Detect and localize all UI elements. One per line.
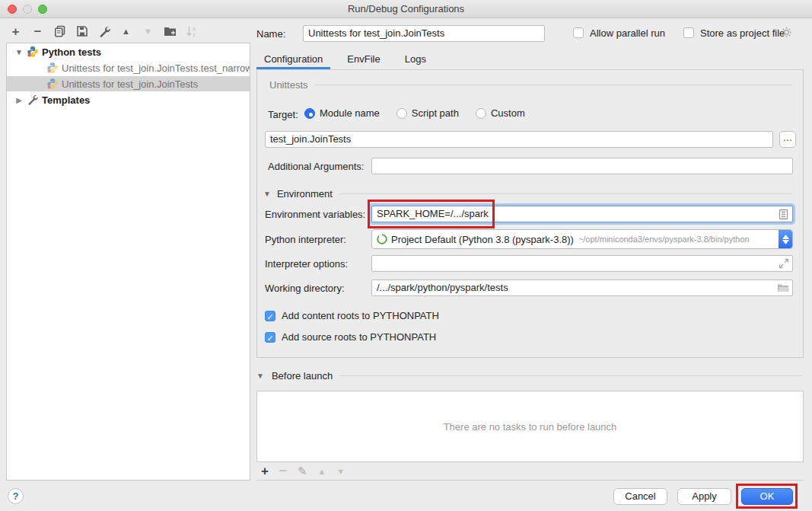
add-task-icon[interactable]: + xyxy=(261,464,269,479)
help-button[interactable]: ? xyxy=(8,488,24,504)
radio-selected-icon xyxy=(304,108,315,119)
python-tests-icon xyxy=(46,78,59,90)
allow-parallel-run-checkbox[interactable] xyxy=(573,27,584,38)
remove-task-icon: − xyxy=(279,464,287,479)
working-directory-input[interactable]: /.../spark/python/pyspark/tests xyxy=(371,279,793,296)
radio-icon xyxy=(396,108,407,119)
add-source-roots-label: Add source roots to PYTHONPATH xyxy=(282,331,436,343)
tab-configuration[interactable]: Configuration xyxy=(256,50,330,69)
select-stepper-icon[interactable] xyxy=(779,230,792,248)
browse-target-button[interactable]: … xyxy=(779,131,796,148)
interpreter-options-label: Interpreter options: xyxy=(265,258,348,270)
name-input[interactable]: Unittests for test_join.JoinTests xyxy=(303,25,545,42)
configuration-panel: Unittests Target: Module name Script pat… xyxy=(256,70,804,358)
edit-templates-wrench-icon[interactable] xyxy=(97,25,110,38)
before-launch-task-list[interactable]: There are no tasks to run before launch xyxy=(256,391,804,462)
additional-arguments-label: Additional Arguments: xyxy=(268,161,364,172)
edit-env-vars-list-icon[interactable] xyxy=(778,209,789,222)
environment-variables-label: Environment variables: xyxy=(265,209,365,220)
move-task-down-icon: ▼ xyxy=(336,467,345,476)
ok-button[interactable]: OK xyxy=(741,488,793,505)
tree-item-label: Unittests for test_join.JoinTests.test_n… xyxy=(62,62,250,74)
target-radio-group: Module name Script path Custom xyxy=(304,107,525,119)
checked-checkbox-icon[interactable]: ✓ xyxy=(265,332,275,343)
tab-envfile[interactable]: EnvFile xyxy=(339,50,387,69)
environment-group-label: Environment xyxy=(277,188,333,200)
collapsed-chevron-icon[interactable]: ▶ xyxy=(14,96,24,104)
radio-script-path[interactable]: Script path xyxy=(396,107,459,119)
svg-text:a: a xyxy=(193,26,196,31)
expand-field-icon[interactable] xyxy=(779,258,789,272)
python-interpreter-select[interactable]: Project Default (Python 3.8 (pyspark-3.8… xyxy=(371,229,793,249)
config-tabs: Configuration EnvFile Logs xyxy=(256,50,804,70)
apply-button[interactable]: Apply xyxy=(677,488,731,505)
tree-item-label: Python tests xyxy=(42,46,104,58)
add-content-roots-label: Add content roots to PYTHONPATH xyxy=(282,310,439,321)
python-tests-icon xyxy=(46,62,59,74)
tree-item-python-tests[interactable]: ▼ Python tests xyxy=(7,44,250,59)
edit-task-pencil-icon: ✎ xyxy=(298,465,307,478)
collapse-triangle-icon: ▼ xyxy=(263,190,271,198)
move-up-icon[interactable]: ▲ xyxy=(119,25,132,38)
unittests-group-header: Unittests xyxy=(263,79,791,91)
python-interpreter-label: Python interpreter: xyxy=(265,234,346,245)
move-down-icon: ▼ xyxy=(142,25,154,38)
tree-item-label: Templates xyxy=(42,94,93,106)
interpreter-options-input[interactable] xyxy=(371,255,793,272)
store-options-gear-icon[interactable] xyxy=(781,27,792,40)
expanded-chevron-icon[interactable]: ▼ xyxy=(14,48,24,56)
configurations-toolbar: + − ▲ ▼ a z xyxy=(9,24,199,39)
window-title: Run/Debug Configurations xyxy=(0,3,812,14)
unittests-group-label: Unittests xyxy=(269,79,308,91)
store-as-project-file-label: Store as project file xyxy=(700,27,785,39)
tab-logs[interactable]: Logs xyxy=(397,50,434,69)
store-as-project-file-checkbox[interactable] xyxy=(683,27,694,38)
radio-module-name[interactable]: Module name xyxy=(304,107,380,119)
add-content-roots-row[interactable]: ✓ Add content roots to PYTHONPATH xyxy=(265,310,439,321)
copy-configuration-icon[interactable] xyxy=(53,25,66,38)
svg-text:z: z xyxy=(193,32,196,37)
remove-configuration-icon[interactable]: − xyxy=(31,25,44,38)
browse-folder-icon[interactable] xyxy=(777,283,789,296)
before-launch-empty-text: There are no tasks to run before launch xyxy=(444,421,617,433)
python-tests-icon xyxy=(27,46,39,58)
tree-item-unittests-jointests-selected[interactable]: Unittests for test_join.JoinTests xyxy=(7,76,250,91)
new-folder-icon[interactable] xyxy=(164,25,177,38)
name-label: Name: xyxy=(256,28,285,40)
add-configuration-icon[interactable]: + xyxy=(9,25,22,38)
templates-wrench-icon xyxy=(27,94,39,106)
move-task-up-icon: ▲ xyxy=(317,467,326,476)
collapse-triangle-icon: ▼ xyxy=(256,372,264,380)
environment-variables-input[interactable]: SPARK_HOME=/.../spark xyxy=(371,206,793,222)
target-input[interactable]: test_join.JoinTests xyxy=(265,131,773,148)
allow-parallel-run-label: Allow parallel run xyxy=(590,27,665,39)
configurations-tree: ▼ Python tests Unittests for test_join.J… xyxy=(6,43,250,481)
save-configuration-icon[interactable] xyxy=(75,25,88,38)
before-launch-label: Before launch xyxy=(272,370,333,382)
title-bar: Run/Debug Configurations xyxy=(0,0,812,18)
before-launch-header[interactable]: ▼ Before launch xyxy=(256,370,804,382)
radio-icon xyxy=(476,108,486,119)
checked-checkbox-icon[interactable]: ✓ xyxy=(265,311,275,321)
cancel-button[interactable]: Cancel xyxy=(613,488,667,505)
sort-configurations-icon: a z xyxy=(186,25,199,38)
additional-arguments-input[interactable] xyxy=(371,158,793,174)
target-label: Target: xyxy=(268,109,298,120)
tree-item-label: Unittests for test_join.JoinTests xyxy=(62,78,201,90)
add-source-roots-row[interactable]: ✓ Add source roots to PYTHONPATH xyxy=(265,331,436,343)
working-directory-label: Working directory: xyxy=(265,283,345,294)
tree-item-unittests-test-narrow[interactable]: Unittests for test_join.JoinTests.test_n… xyxy=(7,60,250,75)
conda-env-icon xyxy=(377,234,387,244)
environment-group-header[interactable]: ▼ Environment xyxy=(263,188,791,200)
radio-custom[interactable]: Custom xyxy=(476,107,525,119)
interpreter-path-hint: ~/opt/miniconda3/envs/pyspark-3.8/bin/py… xyxy=(578,235,750,244)
tree-item-templates[interactable]: ▶ Templates xyxy=(7,92,250,107)
before-launch-toolbar: + − ✎ ▲ ▼ xyxy=(256,463,804,481)
